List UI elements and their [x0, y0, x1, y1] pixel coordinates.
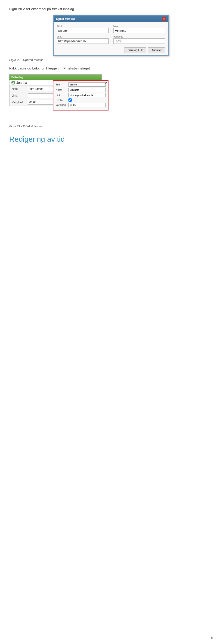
note-field: Note [113, 25, 165, 33]
sub-link-label: Link: [56, 94, 68, 96]
sub-varighed-input[interactable] [68, 103, 106, 107]
sub-link-input[interactable] [68, 93, 106, 97]
svg-point-0 [13, 82, 14, 83]
varighed-field: Varighed [113, 35, 165, 44]
redigering-heading: Redigering av tid [9, 135, 213, 144]
save-button[interactable]: Gem og Luk [124, 48, 146, 53]
titel-field: Titel [57, 25, 109, 33]
dialog-title: Opret fritekst [56, 17, 75, 20]
fritekst-sub-close-button[interactable]: ✕ [105, 81, 107, 84]
link-label: Link [57, 35, 109, 38]
sub-note-input[interactable] [68, 88, 106, 92]
activity-header-label: Fritedag [11, 76, 23, 79]
sub-synlig-label: Synlig: [56, 99, 68, 102]
dialog-box: Opret fritekst ✕ Titel Note Link [53, 15, 169, 56]
user-icon [11, 81, 15, 84]
cancel-button[interactable]: Annuller [148, 48, 165, 53]
varighed-row-label: Varighed: [12, 101, 28, 104]
dialog-buttons: Gem og Luk Annuller [57, 46, 165, 53]
fig21-caption: Figur 21 - Fritekst lagt inn [9, 124, 213, 128]
opret-fritekst-dialog: Opret fritekst ✕ Titel Note Link [53, 15, 169, 56]
sub-note-row: Note: [56, 88, 106, 92]
varighed-label: Varighed [113, 35, 165, 38]
note-row-label: Note: [12, 87, 28, 90]
sub-synlig-row: Synlig: [56, 98, 106, 102]
link-field: Link [57, 35, 109, 44]
sub-link-row: Link: [56, 93, 106, 97]
dialog-row-1: Titel Note [57, 25, 165, 33]
varighed-input[interactable] [113, 38, 165, 44]
link-input[interactable] [57, 38, 109, 44]
sub-note-label: Note: [56, 88, 68, 91]
page-number: 8 [211, 636, 213, 639]
click-instruction: Klikk Lagre og Lukk for å legge inn Frit… [9, 66, 213, 70]
note-label: Note [113, 25, 165, 28]
sub-synlig-checkbox[interactable] [68, 98, 72, 102]
note-input[interactable] [113, 28, 165, 33]
link-row-label: Link: [12, 94, 28, 97]
titel-input[interactable] [57, 28, 109, 33]
activity-panel-header: Fritedag [9, 74, 102, 80]
svg-point-1 [12, 83, 14, 84]
sub-varighed-row: Varighed: [56, 103, 106, 107]
sub-titel-input[interactable] [68, 82, 106, 86]
intro-paragraph: Figur 20 viser eksempel på fritekst inns… [9, 7, 213, 11]
sub-titel-row: Titel: [56, 82, 106, 86]
fritekst-sub-dialog: ✕ Titel: Note: Link: Synlig: [53, 80, 108, 110]
activity-panel: Fritedag Joanna ✕ Note: Link: Varighed: [9, 74, 102, 106]
dialog-row-2: Link Varighed [57, 35, 165, 44]
titel-label: Titel [57, 25, 109, 28]
dialog-titlebar: Opret fritekst ✕ [54, 16, 168, 22]
sub-titel-label: Titel: [56, 83, 68, 86]
fig20-caption: Figur 20 - Opprett fritekst [9, 58, 213, 62]
sub-varighed-label: Varighed: [56, 104, 68, 106]
activity-panel-wrapper: Fritedag Joanna ✕ Note: Link: Varighed: [9, 74, 102, 106]
dialog-content: Titel Note Link Varighed Ge [54, 22, 168, 55]
dialog-close-button[interactable]: ✕ [162, 17, 166, 21]
user-name: Joanna [16, 81, 27, 84]
